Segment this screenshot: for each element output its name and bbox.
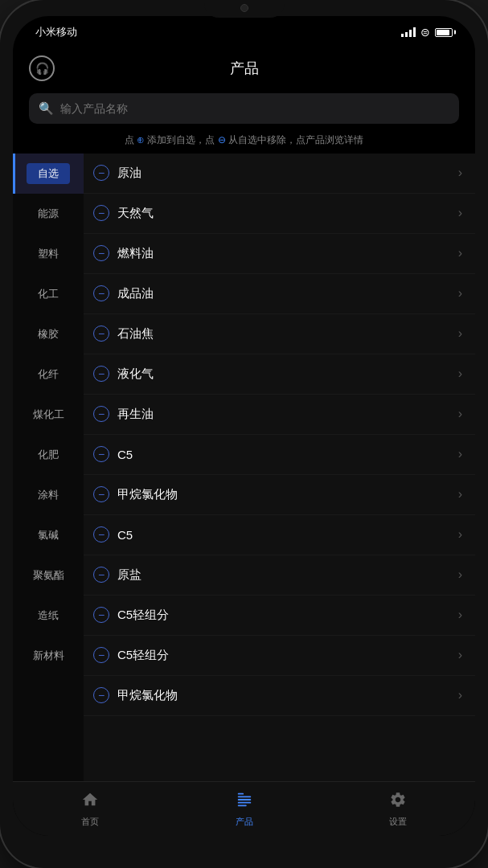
page-title: 产品 xyxy=(230,59,259,78)
category-label[interactable]: 化工 xyxy=(13,274,84,314)
svg-rect-3 xyxy=(237,801,251,803)
remove-button[interactable] xyxy=(93,366,109,382)
remove-button[interactable] xyxy=(93,687,109,703)
product-item[interactable]: 液化气› xyxy=(84,354,475,395)
minus-icon: ⊖ xyxy=(218,134,226,145)
chevron-right-icon: › xyxy=(458,648,462,662)
svg-rect-2 xyxy=(237,799,251,800)
search-icon: 🔍 xyxy=(39,101,54,116)
product-name: 再生油 xyxy=(117,407,154,422)
remove-button[interactable] xyxy=(93,567,109,583)
product-item[interactable]: 原油› xyxy=(84,154,475,194)
remove-button[interactable] xyxy=(93,647,109,663)
product-name: 液化气 xyxy=(117,366,154,382)
product-left: 液化气 xyxy=(93,366,154,382)
remove-button[interactable] xyxy=(93,245,109,261)
chevron-right-icon: › xyxy=(458,166,462,180)
chevron-right-icon: › xyxy=(458,407,462,421)
chevron-right-icon: › xyxy=(458,286,462,301)
category-label[interactable]: 能源 xyxy=(13,194,84,234)
home-icon xyxy=(81,791,99,813)
phone-frame: 小米移动 ⊜ 🎧 产品 🔍 xyxy=(0,0,488,868)
svg-rect-0 xyxy=(237,792,243,794)
product-item[interactable]: C5轻组分› xyxy=(84,636,475,676)
remove-button[interactable] xyxy=(93,486,109,502)
product-name: C5 xyxy=(117,528,133,542)
remove-button[interactable] xyxy=(93,446,109,462)
product-left: C5轻组分 xyxy=(93,647,169,663)
product-item[interactable]: C5› xyxy=(84,515,475,555)
product-item[interactable]: 甲烷氯化物› xyxy=(84,475,475,515)
category-sidebar: 自选能源塑料化工橡胶化纤煤化工化肥涂料氯碱聚氨酯造纸新材料 xyxy=(13,154,84,781)
product-item[interactable]: C5› xyxy=(84,435,475,475)
product-left: C5 xyxy=(93,526,133,542)
product-left: 甲烷氯化物 xyxy=(93,687,178,703)
category-label[interactable]: 聚氨酯 xyxy=(13,555,84,596)
product-name: 甲烷氯化物 xyxy=(117,487,178,502)
category-label[interactable]: 氯碱 xyxy=(13,515,84,555)
remove-button[interactable] xyxy=(93,205,109,221)
category-label[interactable]: 新材料 xyxy=(13,636,84,676)
chevron-right-icon: › xyxy=(458,527,462,542)
camera xyxy=(240,4,248,12)
category-label[interactable]: 橡胶 xyxy=(13,314,84,354)
phone-screen: 小米移动 ⊜ 🎧 产品 🔍 xyxy=(13,16,475,836)
notch xyxy=(204,0,285,18)
product-item[interactable]: 甲烷氯化物› xyxy=(84,676,475,716)
remove-button[interactable] xyxy=(93,607,109,623)
product-left: 燃料油 xyxy=(93,245,154,261)
hint-text: 点 ⊕ 添加到自选，点 ⊖ 从自选中移除，点产品浏览详情 xyxy=(13,130,475,154)
products-icon xyxy=(236,791,253,813)
category-label[interactable]: 造纸 xyxy=(13,596,84,636)
nav-item-home[interactable]: 首页 xyxy=(13,791,167,828)
remove-button[interactable] xyxy=(93,326,109,342)
remove-button[interactable] xyxy=(93,526,109,542)
product-item[interactable]: C5轻组分› xyxy=(84,596,475,636)
category-label[interactable]: 化纤 xyxy=(13,354,84,395)
category-label[interactable]: 塑料 xyxy=(13,234,84,274)
product-item[interactable]: 成品油› xyxy=(84,274,475,314)
bottom-nav: 首页产品设置 xyxy=(13,781,475,836)
remove-button[interactable] xyxy=(93,285,109,301)
product-item[interactable]: 天然气› xyxy=(84,194,475,234)
product-item[interactable]: 石油焦› xyxy=(84,314,475,354)
chevron-right-icon: › xyxy=(458,206,462,220)
remove-button[interactable] xyxy=(93,406,109,422)
product-name: 原油 xyxy=(117,166,141,181)
product-item[interactable]: 燃料油› xyxy=(84,234,475,274)
battery-icon xyxy=(435,28,453,37)
headset-icon: 🎧 xyxy=(35,62,49,75)
status-icons: ⊜ xyxy=(401,26,453,39)
product-left: 甲烷氯化物 xyxy=(93,486,178,502)
chevron-right-icon: › xyxy=(458,487,462,502)
product-name: 燃料油 xyxy=(117,246,154,261)
carrier-text: 小米移动 xyxy=(35,25,77,39)
category-label: 自选 xyxy=(27,163,70,184)
product-item[interactable]: 再生油› xyxy=(84,395,475,435)
product-left: 原盐 xyxy=(93,567,141,583)
product-left: 再生油 xyxy=(93,406,154,422)
signal-icon xyxy=(401,27,416,37)
nav-label-settings: 设置 xyxy=(389,816,407,828)
product-left: 成品油 xyxy=(93,285,154,301)
plus-icon: ⊕ xyxy=(137,134,145,145)
chevron-right-icon: › xyxy=(458,688,462,702)
nav-label-products: 产品 xyxy=(236,816,253,828)
category-label[interactable]: 煤化工 xyxy=(13,395,84,435)
nav-item-settings[interactable]: 设置 xyxy=(321,791,475,828)
product-name: C5轻组分 xyxy=(117,608,169,623)
product-item[interactable]: 原盐› xyxy=(84,555,475,596)
nav-item-products[interactable]: 产品 xyxy=(167,791,322,828)
category-label[interactable]: 涂料 xyxy=(13,475,84,515)
category-item-zixuan[interactable]: 自选 xyxy=(13,154,84,194)
category-label[interactable]: 化肥 xyxy=(13,435,84,475)
product-left: 天然气 xyxy=(93,205,154,221)
search-bar[interactable]: 🔍 xyxy=(29,93,459,124)
remove-button[interactable] xyxy=(93,165,109,181)
chevron-right-icon: › xyxy=(458,447,462,461)
nav-label-home: 首页 xyxy=(81,816,99,828)
search-input[interactable] xyxy=(60,102,449,115)
support-button[interactable]: 🎧 xyxy=(29,55,55,81)
settings-icon xyxy=(389,791,407,813)
product-name: 甲烷氯化物 xyxy=(117,688,178,703)
